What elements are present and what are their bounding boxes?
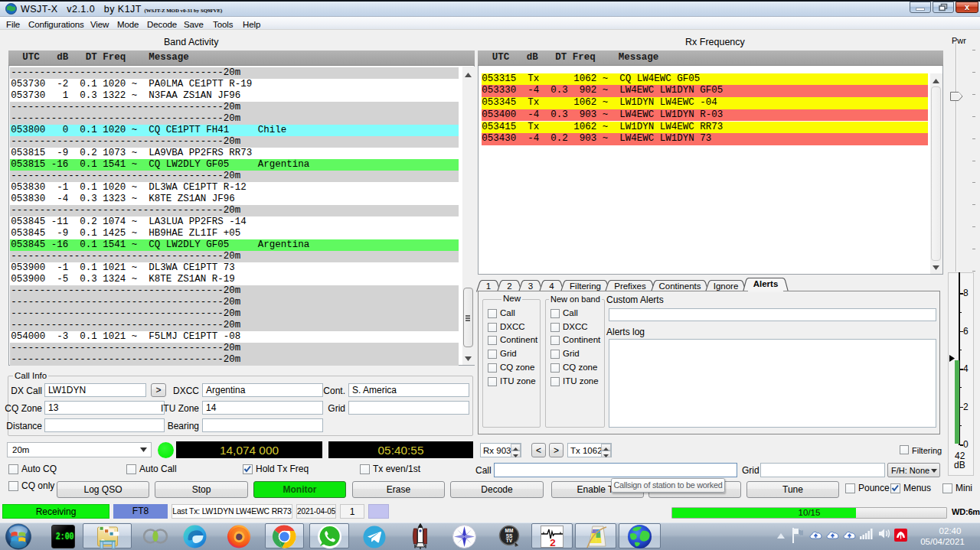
- svg-text:TV: TV: [506, 538, 513, 543]
- svg-text:2: 2: [550, 537, 556, 548]
